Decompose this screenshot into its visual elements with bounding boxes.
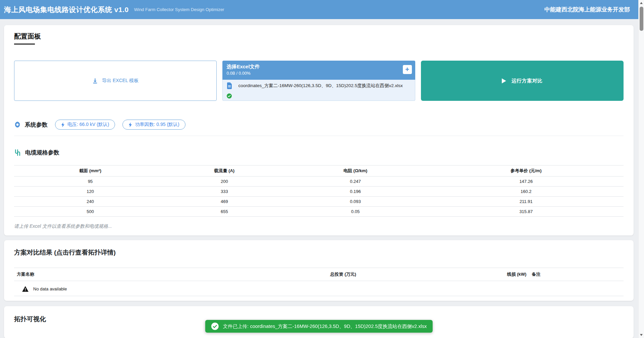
no-data-text: No data available [33,286,67,291]
export-excel-template-button[interactable]: 导出 EXCEL 模板 [14,61,217,101]
no-data-row: No data available [14,281,624,296]
lightning-icon [128,122,132,127]
col-ampacity: 载流量 (A) [166,165,282,177]
app-header: 海上风电场集电线路设计优化系统 v1.0 Wind Farm Collector… [0,0,644,19]
cell: 160.2 [429,187,624,197]
toast-text: 文件已上传: coordinates_方案二-16MW-260(126,3.5D… [223,323,427,330]
cell: 315.87 [429,207,624,217]
lightning-icon [61,122,65,127]
excel-upload-widget: 选择Excel文件 0.0B / 0.00% + coordinates_方案二… [222,61,415,101]
col-unit-price: 参考单价 (元/m) [429,165,624,177]
cell: 655 [166,207,282,217]
cell: 240 [14,197,166,207]
cable-specs-title: 电缆规格参数 [25,149,59,156]
run-button-label: 运行方案对比 [512,78,543,84]
system-params-title: 系统参数 [25,121,48,129]
cable-specs-table: 截面 (mm²) 载流量 (A) 电阻 (Ω/km) 参考单价 (元/m) 95… [14,165,624,217]
cell: 0.05 [282,207,428,217]
comparison-table: 方案名称 总投资 (万元) 线损 (kW) 备注 [14,268,624,281]
table-row[interactable]: 120 333 0.196 160.2 [14,187,624,197]
section-divider [14,136,624,136]
uploaded-file-row[interactable]: coordinates_方案二-16MW-260(126,3.5D、9D、15D… [222,80,415,101]
config-panel-title: 配置面板 [14,32,624,41]
upload-success-check-icon [227,93,411,98]
config-actions-row: 导出 EXCEL 模板 选择Excel文件 0.0B / 0.00% + coo… [14,61,624,101]
cell: 0.196 [282,187,428,197]
cell: 120 [14,187,166,197]
cell: 211.91 [429,197,624,207]
col-scheme-name: 方案名称 [14,268,258,281]
cell: 200 [166,177,282,187]
cell: 95 [14,177,166,187]
table-row[interactable]: 95 200 0.247 147.26 [14,177,624,187]
voltage-chip-label: 电压: 66.0 kV (默认) [67,122,109,128]
scroll-up-arrow-icon[interactable] [640,2,643,4]
cell: 500 [14,207,166,217]
file-document-icon [227,82,232,89]
toast-check-icon [211,323,219,330]
cell: 333 [166,187,282,197]
table-row[interactable]: 240 469 0.093 211.91 [14,197,624,207]
cable-icon [14,149,21,156]
system-params-row: 系统参数 电压: 66.0 kV (默认) 功率因数: 0.95 (默认) [14,120,624,130]
org-name: 中能建西北院海上能源业务开发部 [544,6,630,13]
main-content: 配置面板 导出 EXCEL 模板 选择Excel文件 0.0B / 0.00% … [0,19,638,338]
col-line-loss: 线损 (kW) [429,268,529,281]
title-underline [14,44,35,45]
scrollbar-thumb[interactable] [640,7,643,31]
scroll-down-arrow-icon[interactable] [640,334,643,336]
power-factor-chip-label: 功率因数: 0.95 (默认) [135,122,179,128]
upload-success-toast: 文件已上传: coordinates_方案二-16MW-260(126,3.5D… [205,320,433,333]
comparison-header-row: 方案名称 总投资 (万元) 线损 (kW) 备注 [14,268,624,281]
upload-progress-text: 0.0B / 0.00% [226,71,411,76]
cell: 469 [166,197,282,207]
app-subtitle: Wind Farm Collector System Design Optimi… [134,7,224,12]
export-button-label: 导出 EXCEL 模板 [102,78,139,84]
upload-hint-note: 请上传 Excel 文件以查看系统参数和电缆规格... [14,223,624,229]
play-icon [502,78,506,83]
gear-icon [14,121,21,128]
download-icon [92,78,98,84]
comparison-title: 方案对比结果 (点击行查看拓扑详情) [14,248,624,257]
app-title: 海上风电场集电线路设计优化系统 v1.0 [4,5,129,14]
cell: 147.26 [429,177,624,187]
voltage-chip[interactable]: 电压: 66.0 kV (默认) [55,120,115,130]
col-resistance: 电阻 (Ω/km) [282,165,428,177]
comparison-results-card: 方案对比结果 (点击行查看拓扑详情) 方案名称 总投资 (万元) 线损 (kW)… [4,240,634,301]
run-comparison-button[interactable]: 运行方案对比 [421,61,624,101]
vertical-scrollbar[interactable] [638,0,644,338]
add-file-button[interactable]: + [403,65,412,74]
col-remark: 备注 [529,268,624,281]
table-row[interactable]: 500 655 0.05 315.87 [14,207,624,217]
col-total-investment: 总投资 (万元) [258,268,429,281]
upload-header: 选择Excel文件 0.0B / 0.00% + [222,61,415,80]
config-panel-card: 配置面板 导出 EXCEL 模板 选择Excel文件 0.0B / 0.00% … [4,25,634,235]
upload-title: 选择Excel文件 [226,64,411,70]
file-line: coordinates_方案二-16MW-260(126,3.5D、9D、15D… [227,82,411,89]
cable-table-header-row: 截面 (mm²) 载流量 (A) 电阻 (Ω/km) 参考单价 (元/m) [14,165,624,177]
col-section: 截面 (mm²) [14,165,166,177]
cell: 0.247 [282,177,428,187]
warning-icon [22,286,29,292]
uploaded-file-name: coordinates_方案二-16MW-260(126,3.5D、9D、15D… [238,83,402,89]
cable-specs-header: 电缆规格参数 [14,149,624,156]
power-factor-chip[interactable]: 功率因数: 0.95 (默认) [122,120,185,130]
cell: 0.093 [282,197,428,207]
